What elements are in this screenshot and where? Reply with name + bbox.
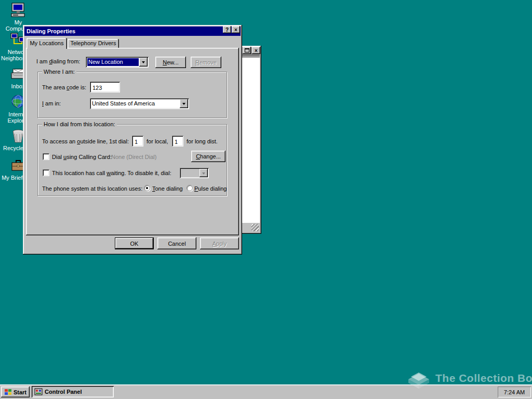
- system-tray-clock[interactable]: 7:24 AM: [498, 387, 531, 397]
- calling-card-value: None (Direct Dial): [111, 154, 156, 160]
- pulse-dialing-radio[interactable]: [187, 185, 193, 191]
- location-combobox-value: New Location: [87, 58, 139, 66]
- cancel-button[interactable]: Cancel: [157, 237, 196, 249]
- control-panel-icon: [34, 388, 43, 396]
- close-icon: ×: [234, 27, 237, 33]
- for-local-label: for local,: [147, 138, 168, 144]
- my-locations-panel: I am dialing from: New Location New... R…: [26, 48, 239, 235]
- chevron-down-icon: [200, 169, 208, 177]
- dialing-properties-dialog: Dialing Properties ? × My Locations Tele…: [23, 25, 242, 255]
- area-code-input[interactable]: [90, 82, 120, 92]
- dialog-title: Dialing Properties: [26, 28, 75, 34]
- tone-dialing-label: Tone dialing: [152, 185, 183, 192]
- start-button[interactable]: Start: [1, 387, 30, 397]
- country-label: I am in:: [42, 100, 61, 107]
- remove-button: Remove: [191, 57, 221, 68]
- how-i-dial-legend: How I dial from this location:: [42, 121, 117, 127]
- help-button[interactable]: ?: [223, 26, 231, 33]
- phone-system-label: The phone system at this location uses:: [42, 185, 142, 192]
- chevron-down-icon[interactable]: [139, 58, 148, 66]
- tab-telephony-drivers[interactable]: Telephony Drivers: [68, 39, 119, 48]
- location-combobox[interactable]: New Location: [86, 57, 149, 68]
- how-i-dial-group: How I dial from this location: To access…: [37, 124, 227, 196]
- close-button[interactable]: ×: [252, 47, 260, 54]
- where-i-am-legend: Where I am:: [42, 69, 76, 75]
- country-combobox[interactable]: United States of America: [90, 98, 189, 109]
- dialog-titlebar[interactable]: Dialing Properties: [24, 26, 241, 36]
- outside-line-label: To access an outside line, 1st dial:: [42, 138, 129, 144]
- long-distance-prefix-input[interactable]: [172, 136, 183, 147]
- pulse-dialing-label: Pulse dialing: [194, 185, 227, 192]
- call-waiting-label: This location has call waiting. To disab…: [52, 170, 171, 176]
- change-button[interactable]: Change...: [191, 151, 225, 162]
- apply-button: Apply: [200, 237, 239, 249]
- ok-button[interactable]: OK: [115, 237, 154, 249]
- maximize-icon: [245, 48, 249, 52]
- help-icon: ?: [225, 27, 229, 33]
- tab-label: My Locations: [30, 40, 64, 46]
- new-button[interactable]: New...: [155, 57, 186, 68]
- taskbar-task-control-panel[interactable]: Control Panel: [32, 386, 114, 397]
- resize-grip[interactable]: [251, 224, 259, 231]
- country-combobox-value: United States of America: [92, 100, 179, 107]
- close-icon: ×: [255, 48, 258, 54]
- maximize-button[interactable]: [243, 47, 251, 54]
- local-prefix-input[interactable]: [132, 136, 143, 147]
- clock: 7:24 AM: [504, 389, 525, 395]
- tab-my-locations[interactable]: My Locations: [26, 38, 67, 49]
- taskbar: Start Control Panel 7:24 AM: [0, 384, 532, 399]
- chevron-down-icon[interactable]: [180, 99, 188, 108]
- watermark-text: The Collection Book: [435, 372, 532, 384]
- for-long-dist-label: for long dist.: [187, 138, 218, 144]
- my-computer-icon: [10, 2, 26, 18]
- area-code-label: The area code is:: [42, 84, 86, 90]
- calling-card-checkbox[interactable]: [43, 153, 49, 160]
- windows-logo-icon: [4, 389, 12, 395]
- tone-dialing-radio[interactable]: [144, 185, 150, 191]
- call-waiting-checkbox[interactable]: [43, 169, 49, 176]
- calling-card-label: Dial using Calling Card:: [52, 154, 112, 160]
- close-button[interactable]: ×: [232, 26, 240, 33]
- tab-label: Telephony Drivers: [70, 40, 116, 46]
- dialing-from-label: I am dialing from:: [36, 58, 80, 64]
- where-i-am-group: Where I am: The area code is: I am in: U…: [37, 72, 227, 118]
- call-waiting-combobox: [180, 168, 209, 178]
